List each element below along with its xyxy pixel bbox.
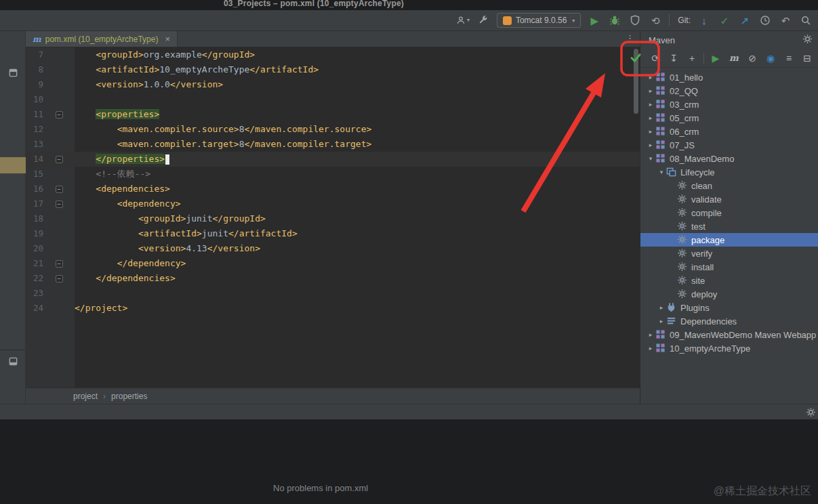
chevron-right-icon[interactable]: ▸	[646, 101, 655, 108]
maven-tree-item-dependencies[interactable]: ▸Dependencies	[640, 314, 818, 328]
maven-tree-item-06-crm[interactable]: ▸06_crm	[640, 125, 818, 138]
execute-maven-goal-button[interactable]: m	[727, 51, 741, 65]
code-line-20[interactable]: 20 <version>4.13</version>	[26, 241, 640, 256]
chevron-right-icon[interactable]: ▸	[646, 142, 655, 148]
gear-icon[interactable]	[806, 407, 816, 420]
code-line-10[interactable]: 10	[26, 92, 640, 107]
fold-marker-icon[interactable]: −	[43, 111, 75, 119]
code-line-18[interactable]: 18 <groupId>junit</groupId>	[26, 211, 640, 226]
chevron-right-icon[interactable]: ▸	[646, 87, 655, 94]
code-line-7[interactable]: 7 <groupId>org.example</groupId>	[26, 47, 640, 62]
git-update-button[interactable]: ↓	[697, 14, 711, 27]
chevron-down-icon[interactable]: ▾	[657, 169, 666, 175]
maven-tree-item-08-mavendemo[interactable]: ▾08_MavenDemo	[640, 152, 818, 165]
git-commit-button[interactable]: ✓	[718, 14, 731, 27]
add-maven-project-button[interactable]: +	[685, 51, 699, 65]
fold-marker-icon[interactable]: −	[43, 186, 75, 193]
maven-tree-item-deploy[interactable]: deploy	[640, 287, 818, 301]
maven-tree-item-install[interactable]: install	[640, 260, 818, 274]
breadcrumb-item[interactable]: properties	[111, 392, 147, 401]
maven-tree-item-07-js[interactable]: ▸07_JS	[640, 138, 818, 152]
run-maven-build-button[interactable]: ▶	[709, 51, 722, 65]
code-line-16[interactable]: 16− <dependencies>	[26, 182, 640, 196]
plugins-icon	[666, 302, 677, 313]
maven-tree-item-lifecycle[interactable]: ▾Lifecycle	[640, 165, 818, 179]
chevron-right-icon[interactable]: ▸	[646, 331, 655, 338]
tab-pom-xml[interactable]: m pom.xml (10_emptyArcheType) ×	[26, 31, 178, 47]
history-button[interactable]	[758, 14, 772, 27]
search-icon[interactable]	[799, 14, 813, 27]
maven-tree-item-verify[interactable]: verify	[640, 247, 818, 260]
maven-tree-item-03-crm[interactable]: ▸03_crm	[640, 98, 818, 111]
download-sources-button[interactable]: ↧	[667, 51, 680, 65]
fold-marker-icon[interactable]: −	[43, 201, 75, 208]
rerun-button[interactable]: ⟲	[649, 14, 662, 27]
offline-mode-button[interactable]: ◉	[764, 51, 777, 65]
user-avatar-button[interactable]: ▾	[456, 14, 470, 27]
tool-window-button-2[interactable]	[7, 355, 19, 367]
maven-tree-item-package[interactable]: package	[640, 233, 818, 247]
maven-tree-item-clean[interactable]: clean	[640, 179, 818, 192]
close-icon[interactable]: ×	[165, 34, 170, 44]
chevron-right-icon[interactable]: ▸	[646, 345, 655, 352]
skip-tests-button[interactable]: ⊘	[745, 51, 759, 65]
maven-tree-item-10-emptyarchetype[interactable]: ▸10_emptyArcheType	[640, 341, 818, 355]
chevron-right-icon[interactable]: ▸	[657, 318, 666, 324]
code-line-13[interactable]: 13 <maven.compiler.target>8</maven.compi…	[26, 137, 640, 152]
goal-icon	[677, 221, 688, 232]
maven-tree-item-02-qq[interactable]: ▸02_QQ	[640, 84, 818, 98]
maven-profiles-button[interactable]: ≡	[782, 51, 796, 65]
more-options-icon[interactable]: ⋮	[626, 33, 634, 43]
code-line-24[interactable]: 24</project>	[26, 301, 640, 316]
coverage-button[interactable]	[628, 14, 642, 27]
collapse-all-button[interactable]: ⊟	[800, 51, 814, 65]
maven-tree-item-test[interactable]: test	[640, 219, 818, 233]
fold-marker-icon[interactable]: −	[43, 275, 75, 282]
code-text: <!--依赖-->	[75, 167, 150, 182]
chevron-down-icon[interactable]: ▾	[646, 155, 655, 162]
run-button[interactable]: ▶	[588, 14, 601, 27]
maven-tree-item-validate[interactable]: validate	[640, 192, 818, 206]
rollback-button[interactable]: ↶	[779, 14, 792, 27]
fold-marker-icon[interactable]: −	[43, 156, 75, 163]
maven-tree-item-05-crm[interactable]: ▸05_crm	[640, 111, 818, 125]
fold-marker-icon[interactable]: −	[43, 260, 75, 268]
run-config-selector[interactable]: Tomcat 9.0.56 ▾	[497, 13, 581, 28]
code-line-19[interactable]: 19 <artifactId>junit</artifactId>	[26, 226, 640, 241]
git-push-button[interactable]: ↗	[738, 14, 752, 27]
code-line-23[interactable]: 23	[26, 286, 640, 301]
code-text: <groupId>org.example</groupId>	[75, 47, 255, 62]
code-line-12[interactable]: 12 <maven.compiler.source>8</maven.compi…	[26, 122, 640, 137]
line-number: 8	[26, 62, 43, 77]
debug-button[interactable]	[608, 14, 621, 27]
code-line-9[interactable]: 9 <version>1.0.0</version>	[26, 77, 640, 92]
reload-maven-projects-button[interactable]: ⟳	[649, 51, 662, 65]
gear-icon[interactable]	[802, 34, 813, 46]
line-number: 14	[26, 152, 43, 167]
code-editor[interactable]: 7 <groupId>org.example</groupId>8 <artif…	[26, 47, 640, 387]
code-line-14[interactable]: 14− </properties>	[26, 152, 640, 167]
code-line-8[interactable]: 8 <artifactId>10_emptyArcheType</artifac…	[26, 62, 640, 77]
code-line-17[interactable]: 17− <dependency>	[26, 196, 640, 211]
code-text: <dependency>	[75, 196, 181, 211]
maven-tree-item-plugins[interactable]: ▸Plugins	[640, 301, 818, 314]
code-line-21[interactable]: 21− </dependency>	[26, 256, 640, 271]
wrench-icon[interactable]	[476, 14, 490, 27]
maven-tree-item-09-mavenwebdemo-maven-webapp[interactable]: ▸09_MavenWebDemo Maven Webapp	[640, 328, 818, 341]
tree-item-label: install	[691, 262, 714, 272]
inspections-widget[interactable]	[628, 50, 643, 65]
code-line-15[interactable]: 15 <!--依赖-->	[26, 167, 640, 182]
code-line-22[interactable]: 22− </dependencies>	[26, 271, 640, 286]
code-line-11[interactable]: 11− <properties>	[26, 107, 640, 122]
maven-tree-item-site[interactable]: site	[640, 274, 818, 287]
maven-tree-item-01-hello[interactable]: ▸01_hello	[640, 70, 818, 84]
chevron-right-icon[interactable]: ▸	[646, 74, 655, 81]
window-titlebar: 03_Projects – pom.xml (10_emptyArcheType…	[0, 0, 818, 10]
maven-tree-item-compile[interactable]: compile	[640, 206, 818, 219]
active-tool-window-button[interactable]	[0, 157, 26, 173]
chevron-right-icon[interactable]: ▸	[646, 114, 655, 121]
chevron-right-icon[interactable]: ▸	[657, 304, 666, 311]
chevron-right-icon[interactable]: ▸	[646, 128, 655, 135]
tool-window-button[interactable]	[7, 66, 19, 79]
breadcrumb-item[interactable]: project	[73, 392, 98, 401]
